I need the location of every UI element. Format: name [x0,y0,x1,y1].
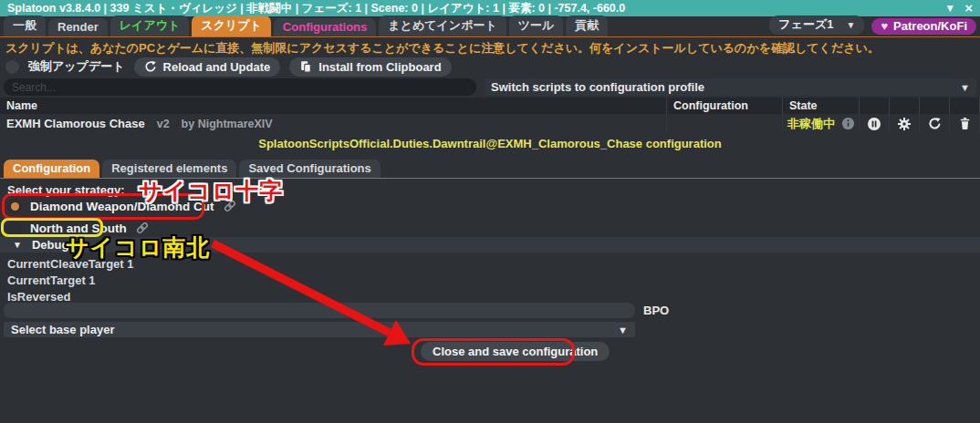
debug-is-reversed: IsReversed [7,290,133,304]
tab-configurations[interactable]: Configurations [274,18,376,36]
force-update-toggle-icon[interactable] [5,60,19,74]
reload-and-update-label: Reload and Update [163,60,271,74]
collapse-icon[interactable]: ▼ [944,0,955,16]
script-reload-cell [920,114,950,133]
gear-icon[interactable] [897,117,912,131]
link-icon[interactable] [223,199,237,213]
strategy-option-north-south: North and South [7,221,150,235]
install-from-clipboard-label: Install from Clipboard [318,60,441,74]
script-version: v2 [157,118,170,130]
strategy-label: Select your strategy: [7,183,125,197]
patreon-label: Patreon/KoFi [893,19,967,33]
clipboard-icon [299,60,312,73]
script-author: by NightmareXIV [182,118,273,130]
scripts-table: Name Configuration State EXMH Clamorous … [0,98,980,133]
tab-saved-configurations[interactable]: Saved Configurations [239,160,380,178]
tab-registered-elements[interactable]: Registered elements [102,160,236,178]
debug-info: CurrentCleaveTarget 1 CurrentTarget 1 Is… [7,257,133,304]
configuration-link[interactable]: SplatoonScriptsOfficial.Duties.Dawntrail… [0,137,980,150]
column-header-settings [890,98,920,114]
base-player-combo[interactable]: Select base player ▼ [4,322,635,337]
heart-icon: ♥ [881,19,888,33]
install-from-clipboard-button[interactable]: Install from Clipboard [289,57,451,77]
info-icon[interactable] [841,117,855,130]
script-name-cell: EXMH Clamorous Chase v2 by NightmareXIV [0,114,667,133]
bpo-input[interactable] [4,303,635,318]
column-header-delete [950,98,980,114]
main-tab-bar: 一般 Render レイアウト スクリプト Configurations まとめ… [0,16,980,37]
script-state-cell: 非稼働中 [783,114,860,133]
search-input[interactable] [4,78,476,96]
triangle-down-icon: ▼ [13,240,22,250]
window-titlebar[interactable]: Splatoon v3.8.4.0 | 339 ミスト・ヴィレッジ | 非戦闘中… [0,0,980,16]
column-header-state[interactable]: State [783,98,860,114]
script-warning-text: スクリプトは、あなたのPCとゲームに直接、無制限にアクセスすることができることに… [5,40,880,57]
reload-icon [144,60,157,73]
chevron-down-icon: ▼ [618,325,628,335]
tab-bulk-import[interactable]: まとめてインポート [379,15,506,36]
pause-icon[interactable] [867,117,881,131]
configuration-profile-combo[interactable]: Switch scripts to configuration profile … [485,78,976,96]
tab-contribute[interactable]: 貢献 [566,15,608,36]
script-state: 非稼働中 [783,116,835,132]
script-pause-cell [860,114,890,133]
radio-diamond-weapon-label: Diamond Weapon/Diamond Cut [30,200,214,213]
window-title: Splatoon v3.8.4.0 | 339 ミスト・ヴィレッジ | 非戦闘中… [7,1,625,16]
configuration-tab-bar: Configuration Registered elements Saved … [0,158,980,179]
debug-header-label: Debug [32,238,68,252]
search-row: Switch scripts to configuration profile … [4,78,976,96]
configuration-profile-label: Switch scripts to configuration profile [491,80,704,94]
force-update-label: 強制アップデート [28,58,125,75]
tab-layouts[interactable]: レイアウト [110,15,190,36]
script-name: EXMH Clamorous Chase [6,117,145,130]
radio-north-south-label: North and South [30,222,127,235]
column-header-pause [860,98,890,114]
tab-configuration[interactable]: Configuration [4,160,99,178]
base-player-combo-label: Select base player [11,323,114,336]
bpo-row: BPO [4,303,669,318]
debug-current-target: CurrentTarget 1 [7,273,133,287]
tab-render[interactable]: Render [48,18,108,36]
table-row: EXMH Clamorous Chase v2 by NightmareXIV … [0,114,980,133]
column-header-reload [920,98,950,114]
script-toolbar: 強制アップデート Reload and Update Install from … [5,57,452,77]
script-configuration-cell [667,114,783,133]
radio-north-south[interactable] [7,221,22,235]
reload-icon[interactable] [928,117,942,130]
splatoon-plugin-window: Splatoon v3.8.4.0 | 339 ミスト・ヴィレッジ | 非戦闘中… [0,0,980,423]
close-and-save-button[interactable]: Close and save configuration [421,342,610,361]
table-header-row: Name Configuration State [0,98,980,114]
tab-scripts[interactable]: スクリプト [192,15,271,36]
patreon-button[interactable]: ♥ Patreon/KoFi [871,18,976,35]
script-settings-cell [890,114,920,133]
chevron-down-icon: ▼ [846,20,855,30]
debug-collapsing-header[interactable]: ▼ Debug [0,237,980,253]
phase-selector[interactable]: フェーズ1 ▼ [769,15,864,35]
column-header-configuration[interactable]: Configuration [667,98,783,114]
column-header-name[interactable]: Name [0,98,667,114]
trash-icon[interactable] [958,117,972,130]
reload-and-update-button[interactable]: Reload and Update [134,57,281,77]
phase-selector-label: フェーズ1 [778,16,833,33]
chevron-down-icon: ▼ [960,82,970,93]
debug-current-cleave-target: CurrentCleaveTarget 1 [7,257,133,271]
link-icon[interactable] [135,221,150,235]
radio-diamond-weapon[interactable] [7,199,22,213]
strategy-option-diamond: Diamond Weapon/Diamond Cut [7,199,237,213]
tab-general[interactable]: 一般 [4,15,46,36]
close-icon[interactable]: × [964,0,973,16]
bpo-label: BPO [643,304,669,317]
script-delete-cell [950,114,980,133]
tab-tools[interactable]: ツール [509,15,564,36]
